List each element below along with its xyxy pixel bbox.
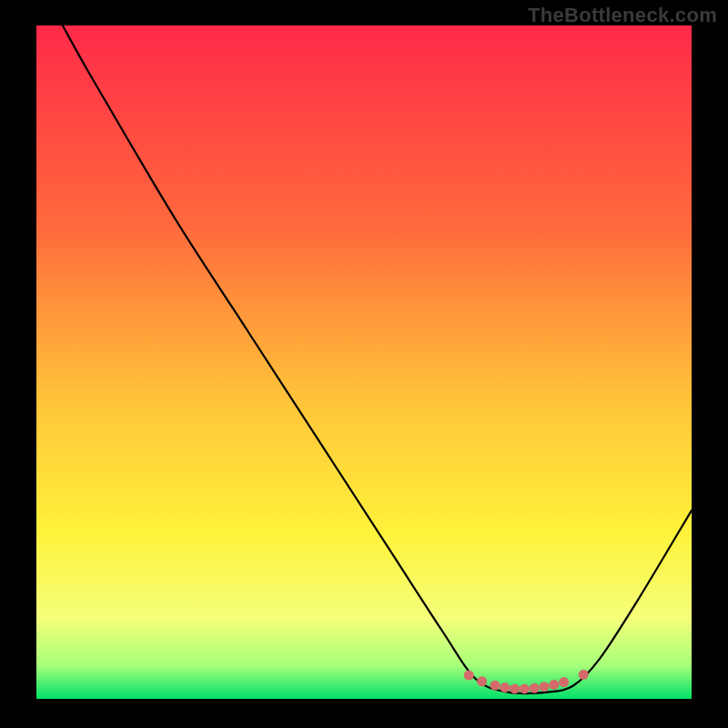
- marker-dot: [500, 682, 510, 693]
- marker-dot: [549, 680, 559, 690]
- marker-dot: [520, 683, 530, 693]
- plot-svg: [36, 25, 692, 699]
- marker-dot: [510, 683, 520, 693]
- marker-dot: [490, 681, 500, 691]
- chart-frame: TheBottleneck.com: [0, 0, 728, 728]
- marker-dot: [530, 683, 540, 693]
- watermark-text: TheBottleneck.com: [528, 4, 717, 27]
- marker-dot: [559, 677, 569, 687]
- marker-dot: [464, 671, 474, 681]
- plot-area: [36, 25, 692, 699]
- gradient-background: [36, 25, 692, 699]
- marker-dot: [477, 676, 487, 686]
- marker-dot: [540, 682, 550, 692]
- marker-dot: [579, 670, 589, 680]
